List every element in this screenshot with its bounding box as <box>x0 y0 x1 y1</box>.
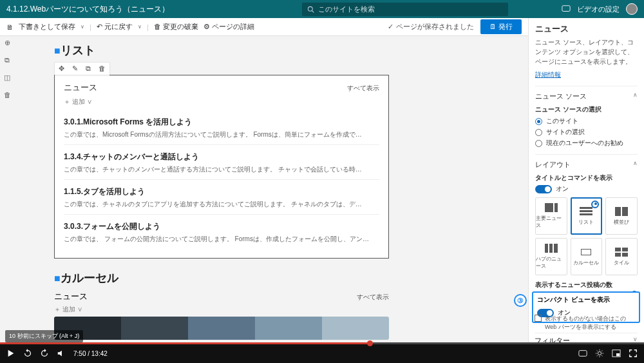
command-bar: 🗎 下書きとして保存∨ | ↶ 元に戻す∨ | 🗑 変更の破棄 ⚙ ページの詳細… <box>0 18 528 36</box>
section-header-carousel: ■カルーセル <box>54 270 489 286</box>
trash-icon[interactable]: 🗑 <box>99 64 106 73</box>
radio-select-sites[interactable]: サイトの選択 <box>535 128 638 137</box>
carousel-add-link[interactable]: ＋ 追加 ∨ <box>54 306 82 313</box>
edit-icon[interactable]: ✎ <box>72 64 78 73</box>
section-news-source[interactable]: ニュース ソース∧ <box>535 92 638 101</box>
news-title: ニュース <box>64 82 97 93</box>
toggle-title-commands[interactable] <box>535 185 552 193</box>
layout-carousel[interactable]: カルーセル <box>571 238 603 275</box>
main-canvas: ■リスト ✥ ✎ ⧉ 🗑 ニュース すべて表示 ＋ 追加 ∨ 3.0.1.Mic… <box>15 36 528 344</box>
hide-empty-label: 表示するものがない場合はこの Web パーツを非表示にする <box>545 315 638 331</box>
video-settings-link[interactable]: ビデオの設定 <box>577 5 620 14</box>
site-search-input[interactable]: このサイトを検索 <box>302 3 508 16</box>
app-topbar: 4.1.12.Webパーツについて知ろう（ニュース） このサイトを検索 ビデオの… <box>0 0 644 18</box>
save-draft-button[interactable]: 下書きとして保存 <box>19 22 75 32</box>
annotation-number: ③ <box>514 294 527 307</box>
edit-rail: ⊕ ⧉ ◫ 🗑 <box>0 36 14 101</box>
news-item[interactable]: 1.3.4.チャットのメンバーと通話しようこの章では、チャットのメンバーと通話す… <box>64 145 379 180</box>
save-icon: 🗎 <box>6 23 14 31</box>
saved-status: ✓ ページが保存されました <box>388 22 474 32</box>
svg-line-1 <box>312 10 314 12</box>
settings-icon[interactable] <box>595 349 604 358</box>
svg-point-0 <box>308 6 313 11</box>
play-icon[interactable] <box>6 349 15 358</box>
cc-icon[interactable] <box>578 349 587 358</box>
page-details-button[interactable]: ⚙ ページの詳細 <box>204 22 254 32</box>
webpart-toolbar: ✥ ✎ ⧉ 🗑 <box>54 62 110 75</box>
posts-count-label: 表示するニュース投稿の数 <box>535 280 638 289</box>
layout-list[interactable]: リスト <box>571 197 603 235</box>
rail-delete-icon[interactable]: 🗑 <box>4 91 11 99</box>
skip-back-10-tooltip: 10 秒前にスキップ (Alt + J) <box>5 330 83 342</box>
panel-detail-link[interactable]: 詳細情報 <box>535 71 561 78</box>
news-webpart-list[interactable]: ニュース すべて表示 ＋ 追加 ∨ 3.0.1.Microsoft Forms … <box>54 75 389 259</box>
compact-view-label: コンパクト ビューを表示 <box>537 295 635 304</box>
video-progress[interactable] <box>0 342 644 344</box>
layout-side-by-side[interactable]: 横並び <box>605 197 638 235</box>
svg-marker-5 <box>26 349 28 352</box>
rail-section-icon[interactable]: ◫ <box>4 74 10 82</box>
fullscreen-icon[interactable] <box>629 349 638 358</box>
source-subhead: ニュース ソースの選択 <box>535 105 638 114</box>
add-link[interactable]: ＋ 追加 ∨ <box>64 97 92 106</box>
duplicate-icon[interactable]: ⧉ <box>86 64 91 73</box>
user-avatar[interactable] <box>626 3 638 15</box>
move-icon[interactable]: ✥ <box>59 64 64 73</box>
radio-recommended[interactable]: 現在のユーザーへのお勧め <box>535 139 638 148</box>
panel-title: ニュース <box>535 23 638 35</box>
search-placeholder: このサイトを検索 <box>318 5 375 14</box>
show-title-label: タイトルとコマンドを表示 <box>535 173 638 182</box>
section-header-list: ■リスト <box>54 43 489 58</box>
svg-rect-11 <box>616 353 620 356</box>
hide-empty-checkbox[interactable] <box>535 315 542 322</box>
page-title: 4.1.12.Webパーツについて知ろう（ニュース） <box>6 4 169 15</box>
news-item[interactable]: 3.0.1.Microsoft Forms を活用しようこの章では、Micros… <box>64 110 379 145</box>
svg-point-9 <box>598 351 601 355</box>
radio-this-site[interactable]: このサイト <box>535 117 638 126</box>
svg-rect-2 <box>562 6 570 12</box>
news-item[interactable]: 3.0.3.フォームを公開しようこの章では、 フォームの公開方法についてご説明し… <box>64 215 379 249</box>
svg-marker-6 <box>44 349 46 352</box>
skip-back-icon[interactable] <box>23 349 32 358</box>
discard-button[interactable]: 🗑 変更の破棄 <box>154 22 198 32</box>
panel-desc: ニュース ソース、レイアウト、コンテンツ オプションを選択して、ページにニュース… <box>535 37 638 66</box>
carousel-see-all[interactable]: すべて表示 <box>357 293 389 302</box>
volume-icon[interactable] <box>57 349 66 358</box>
svg-marker-4 <box>8 350 14 357</box>
pip-icon[interactable] <box>612 349 621 358</box>
video-time: 7:50 / 13:42 <box>73 350 108 357</box>
skip-fwd-icon[interactable] <box>40 349 49 358</box>
rail-copy-icon[interactable]: ⧉ <box>5 56 10 64</box>
see-all-link[interactable]: すべて表示 <box>347 84 379 93</box>
layout-hub-news[interactable]: ハブのニュース <box>535 238 567 275</box>
progress-thumb[interactable] <box>367 340 373 346</box>
carousel-image[interactable] <box>54 317 389 340</box>
undo-button[interactable]: ↶ 元に戻す <box>97 22 133 32</box>
rail-add-icon[interactable]: ⊕ <box>5 39 10 47</box>
section-layout[interactable]: レイアウト∧ <box>535 160 638 170</box>
carousel-title: ニュース <box>54 291 88 302</box>
video-controls: 7:50 / 13:42 <box>0 344 644 363</box>
layout-top-story[interactable]: 主要ニュース <box>535 197 567 235</box>
news-item[interactable]: 1.1.5.タブを活用しようこの章では、チャネルのタブにアプリを追加する方法につ… <box>64 180 379 215</box>
svg-marker-7 <box>58 351 62 357</box>
publish-button[interactable]: 🗓 発行 <box>480 19 522 34</box>
layout-tiles[interactable]: タイル <box>605 238 638 275</box>
svg-rect-8 <box>579 351 587 357</box>
chat-icon[interactable] <box>562 5 571 14</box>
